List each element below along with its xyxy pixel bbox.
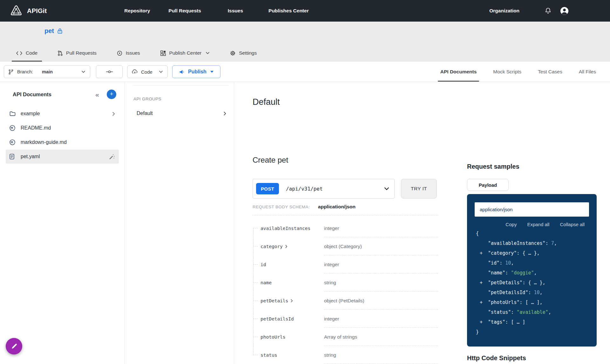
collapse-sidebar-icon[interactable]: « [95,91,99,98]
main-content: Default Create pet POST /api/v31/pet TRY… [234,82,610,364]
view-tab-mock-scripts[interactable]: Mock Scripts [493,62,521,82]
commit-button[interactable] [96,65,123,78]
schema-content-type: application/json [318,204,356,210]
toolbar: Branch: main Code [0,62,610,82]
tab-settings[interactable]: Settings [229,44,257,62]
schema-label: REQUEST BODY SCHEMA: [253,205,310,209]
tab-label: Pull Requests [66,50,97,56]
magic-wand-icon[interactable] [109,154,115,160]
expand-toggle[interactable]: + [480,298,483,307]
file-item-readme-md[interactable]: README.md [6,121,119,135]
lock-icon [58,28,62,34]
api-group-default[interactable]: Default [133,107,229,120]
chevron-down-icon [206,52,210,54]
json-line-tags: +"tags": [ … ] [467,317,597,327]
endpoint-select[interactable]: POST /api/v31/pet [253,179,395,199]
expand-all-button[interactable]: Expand all [527,222,549,227]
gear-icon [230,51,235,56]
repo-title[interactable]: pet [44,27,54,35]
expand-toggle[interactable]: + [480,248,483,258]
sidebar-heading: API Documents [13,91,95,98]
nav-item-issues[interactable]: Issues [228,8,243,14]
expand-icon[interactable] [290,299,293,303]
caret-down-icon [210,71,214,73]
issue-icon [117,51,122,56]
grid-icon [160,51,166,56]
chevron-down-icon [159,71,163,73]
folder-icon [10,111,17,116]
nav-item-pull-requests[interactable]: Pull Requests [168,8,201,14]
collapse-all-button[interactable]: Collapse all [560,222,585,227]
api-groups-label: API GROUPS [133,97,161,101]
json-brace: } [467,327,597,337]
brand-name: APIGit [27,7,47,15]
tab-label: Publish Center [169,50,202,56]
edit-fab-button[interactable] [6,338,22,354]
nav-item-publishes-center[interactable]: Publishes Center [268,8,309,14]
group-title: Default [253,97,280,107]
schema-field-petdetailsid: petDetailsId integer [252,310,438,328]
chevron-right-icon[interactable] [112,111,115,116]
json-line-petdetailsid: "petDetailsId": 10, [467,288,597,298]
tab-issues[interactable]: Issues [116,44,141,62]
pull-request-icon [58,51,63,56]
brand[interactable]: APIGit [10,5,47,17]
json-line-petdetails: +"petDetails": { … }, [467,278,597,288]
chevron-down-icon [384,187,389,190]
json-sample: {"availableInstances": 7,+"category": { … [467,229,597,337]
schema-field-status: status string [252,346,438,364]
operation-title: Create pet [253,156,288,165]
add-document-button[interactable]: + [107,90,116,99]
request-sample-panel: CopyExpand allCollapse all {"availableIn… [467,194,597,347]
file-list: example README.md markdown-guide.md pet.… [6,107,119,164]
tab-code[interactable]: Code [16,44,38,62]
json-line-name: "name": "doggie", [467,268,597,278]
navbar-menu: RepositoryPull RequestsIssuesPublishes C… [47,8,308,14]
branch-label: Branch: [17,69,33,74]
organization-link[interactable]: Organization [489,8,519,14]
view-tab-api-documents[interactable]: API Documents [440,62,477,82]
cloud-download-icon [132,69,138,74]
code-dropdown[interactable]: Code [127,65,168,78]
endpoint-path: /api/v31/pet [286,186,323,192]
schema-field-name: name string [252,273,438,292]
code-actions: CopyExpand allCollapse all [467,222,585,227]
view-tab-test-cases[interactable]: Test Cases [538,62,562,82]
branch-select[interactable]: Branch: main [4,65,90,78]
api-documents-sidebar: API Documents « + example README.md mark… [0,82,125,364]
payload-tab[interactable]: Payload [467,179,509,191]
user-avatar[interactable] [560,7,569,15]
expand-icon[interactable] [285,245,288,248]
tab-publish-center[interactable]: Publish Center [160,44,211,62]
repo-tabs: Code Pull Requests Issues Publish Center… [16,44,257,62]
http-code-snippets-heading: Http Code Snippets [467,354,526,362]
view-tab-all-files[interactable]: All Files [579,62,596,82]
content-type-input[interactable] [475,202,589,217]
api-groups-list: Default [133,107,229,120]
tab-pull-requests[interactable]: Pull Requests [57,44,97,62]
divider [133,85,229,85]
schema-field-id: id integer [252,255,438,273]
markdown-icon [10,125,17,131]
file-item-markdown-guide-md[interactable]: markdown-guide.md [6,135,119,149]
code-dropdown-label: Code [141,69,152,75]
file-item-pet-yaml[interactable]: pet.yaml [6,150,119,164]
expand-toggle[interactable]: + [480,317,483,327]
commit-icon [106,70,113,74]
notifications-bell-icon[interactable] [545,7,551,14]
nav-item-repository[interactable]: Repository [124,8,150,14]
expand-toggle[interactable]: + [480,278,483,288]
publish-button[interactable]: Publish [172,65,220,78]
file-item-example[interactable]: example [6,107,119,121]
code-icon [16,51,22,55]
json-line-id: "id": 10, [467,258,597,268]
api-groups-panel: API GROUPS Default [125,82,234,364]
json-line-status: "status": "available", [467,307,597,317]
megaphone-icon [179,70,185,74]
schema-field-petdetails: petDetails object (PetDetails) [252,292,438,310]
sidebar-header: API Documents « + [0,82,125,99]
chevron-right-icon [223,111,226,116]
try-it-button[interactable]: TRY IT [401,179,437,199]
tab-label: Code [26,50,37,56]
copy-button[interactable]: Copy [505,222,517,227]
